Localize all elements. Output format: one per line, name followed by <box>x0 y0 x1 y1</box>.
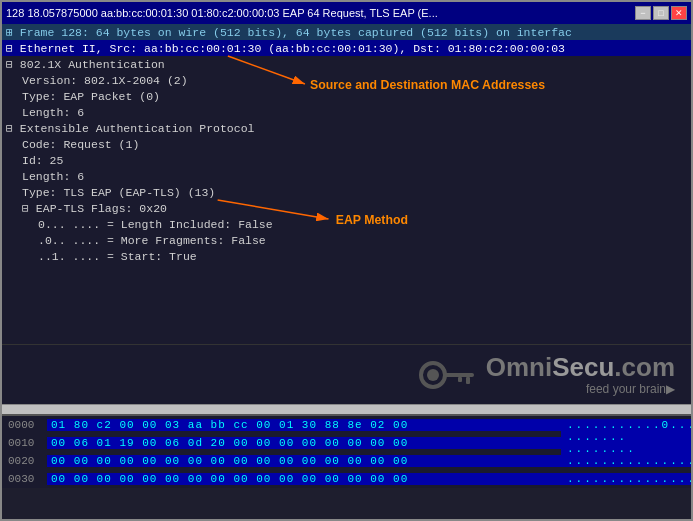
window-controls: − □ ✕ <box>635 6 687 20</box>
length-line-2: Length: 6 <box>2 168 691 184</box>
start-line: ..1. .... = Start: True <box>2 248 691 264</box>
length-line-1: Length: 6 <box>2 104 691 120</box>
horizontal-scrollbar[interactable] <box>2 404 691 414</box>
hex-offset-1: 0010 <box>2 437 47 449</box>
hex-bytes-3: 00 00 00 00 00 00 00 00 00 00 00 00 00 0… <box>47 473 561 485</box>
main-content: ⊞ Frame 128: 64 bytes on wire (512 bits)… <box>2 24 691 519</box>
packet-lines: ⊞ Frame 128: 64 bytes on wire (512 bits)… <box>2 24 691 264</box>
svg-point-7 <box>427 369 439 381</box>
hex-ascii-3: ................ <box>561 473 691 485</box>
hex-offset-2: 0020 <box>2 455 47 467</box>
svg-rect-10 <box>458 377 462 382</box>
hex-bytes-0: 01 80 c2 00 00 03 aa bb cc 00 01 30 88 8… <box>47 419 561 431</box>
dot1x-line: ⊟ 802.1X Authentication <box>2 56 691 72</box>
eap-line: ⊟ Extensible Authentication Protocol <box>2 120 691 136</box>
ethernet-line: ⊟ Ethernet II, Src: aa:bb:cc:00:01:30 (a… <box>2 40 691 56</box>
brand-tagline: feed your brain▶ <box>586 382 675 396</box>
minimize-button[interactable]: − <box>635 6 651 20</box>
hex-row-1: 0010 00 06 01 19 00 06 0d 20 00 00 00 00… <box>2 434 691 452</box>
hex-row-3: 0030 00 00 00 00 00 00 00 00 00 00 00 00… <box>2 470 691 488</box>
hex-bytes-2: 00 00 00 00 00 00 00 00 00 00 00 00 00 0… <box>47 455 561 467</box>
code-line: Code: Request (1) <box>2 136 691 152</box>
hex-ascii-1: ....... ........ <box>561 431 691 455</box>
hex-dump-panel: 0000 01 80 c2 00 00 03 aa bb cc 00 01 30… <box>2 414 691 488</box>
maximize-button[interactable]: □ <box>653 6 669 20</box>
hex-bytes-1: 00 06 01 19 00 06 0d 20 00 00 00 00 00 0… <box>47 437 561 449</box>
hex-ascii-0: ...........0.... <box>561 419 691 431</box>
hex-row-2: 0020 00 00 00 00 00 00 00 00 00 00 00 00… <box>2 452 691 470</box>
id-line: Id: 25 <box>2 152 691 168</box>
eap-tls-flags-line: ⊟ EAP-TLS Flags: 0x20 <box>2 200 691 216</box>
window-title: 128 18.057875000 aa:bb:cc:00:01:30 01:80… <box>6 7 438 19</box>
tls-type-line: Type: TLS EAP (EAP-TLS) (13) <box>2 184 691 200</box>
hex-ascii-2: ................ <box>561 455 691 467</box>
main-window: 128 18.057875000 aa:bb:cc:00:01:30 01:80… <box>0 0 693 521</box>
version-line: Version: 802.1X-2004 (2) <box>2 72 691 88</box>
more-fragments-line: .0.. .... = More Fragments: False <box>2 232 691 248</box>
hex-offset-3: 0030 <box>2 473 47 485</box>
svg-rect-9 <box>466 377 470 384</box>
length-included-line: 0... .... = Length Included: False <box>2 216 691 232</box>
brand-area: OmniSecu.com feed your brain▶ <box>2 344 691 404</box>
type-line: Type: EAP Packet (0) <box>2 88 691 104</box>
brand-logo: OmniSecu.com feed your brain▶ <box>486 353 675 396</box>
frame-line: ⊞ Frame 128: 64 bytes on wire (512 bits)… <box>2 24 691 40</box>
svg-rect-8 <box>444 373 474 377</box>
key-icon <box>418 355 478 395</box>
title-bar: 128 18.057875000 aa:bb:cc:00:01:30 01:80… <box>2 2 691 24</box>
hex-offset-0: 0000 <box>2 419 47 431</box>
close-button[interactable]: ✕ <box>671 6 687 20</box>
brand-name: OmniSecu.com <box>486 353 675 382</box>
packet-detail-panel[interactable]: ⊞ Frame 128: 64 bytes on wire (512 bits)… <box>2 24 691 344</box>
